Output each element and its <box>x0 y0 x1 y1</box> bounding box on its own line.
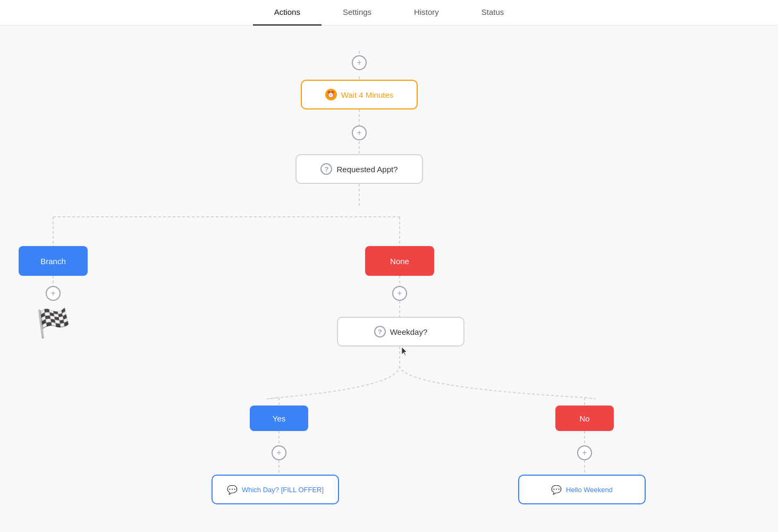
wait-node[interactable]: ⏰ Wait 4 Minutes <box>301 80 418 109</box>
add-button-branch[interactable]: + <box>46 286 61 301</box>
add-button-none[interactable]: + <box>392 286 407 301</box>
tab-actions[interactable]: Actions <box>253 0 322 26</box>
add-button-top[interactable]: + <box>352 55 367 70</box>
no-node[interactable]: No <box>555 406 614 431</box>
flow-canvas: + ⏰ Wait 4 Minutes + ? Requested Appt? B… <box>0 26 778 532</box>
weekday-label: Weekday? <box>390 327 428 336</box>
branch-node[interactable]: Branch <box>19 246 88 276</box>
chat-icon-which-day: 💬 <box>227 485 238 495</box>
which-day-node[interactable]: 💬 Which Day? [FILL OFFER] <box>212 475 339 504</box>
top-navigation: Actions Settings History Status <box>0 0 778 26</box>
question-icon-weekday: ? <box>374 326 386 337</box>
mouse-cursor <box>402 347 408 357</box>
add-button-no[interactable]: + <box>577 445 592 460</box>
tab-settings[interactable]: Settings <box>322 0 393 26</box>
wait-label: Wait 4 Minutes <box>341 90 394 99</box>
yes-node[interactable]: Yes <box>250 406 308 431</box>
tab-history[interactable]: History <box>393 0 460 26</box>
tab-status[interactable]: Status <box>460 0 526 26</box>
weekday-node[interactable]: ? Weekday? <box>337 317 464 347</box>
chat-icon-hello-weekend: 💬 <box>551 485 562 495</box>
question-icon-appt: ? <box>320 163 332 175</box>
requested-appt-node[interactable]: ? Requested Appt? <box>295 154 423 184</box>
add-button-wait[interactable]: + <box>352 125 367 140</box>
requested-appt-label: Requested Appt? <box>336 165 398 174</box>
finish-flag-icon: 🏁 <box>36 307 71 340</box>
hello-weekend-node[interactable]: 💬 Hello Weekend <box>518 475 646 504</box>
which-day-label: Which Day? [FILL OFFER] <box>242 486 324 494</box>
none-node[interactable]: None <box>365 246 434 276</box>
none-label: None <box>390 257 409 266</box>
no-label: No <box>579 414 589 423</box>
add-button-yes[interactable]: + <box>272 445 286 460</box>
yes-label: Yes <box>273 414 285 423</box>
clock-icon: ⏰ <box>325 89 337 100</box>
branch-label: Branch <box>40 257 66 266</box>
hello-weekend-label: Hello Weekend <box>566 486 613 494</box>
